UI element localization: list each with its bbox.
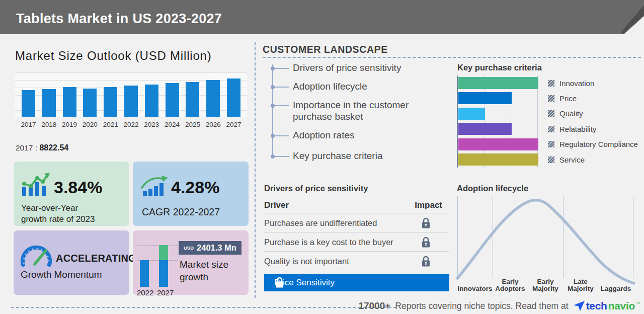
legend-swatch-icon xyxy=(548,95,554,102)
annotation-value: 8822.54 xyxy=(39,143,68,152)
xtick-2026: 2026 xyxy=(203,121,223,128)
technavio-logo[interactable]: technavio ™ xyxy=(573,300,640,312)
bar-2017 xyxy=(22,90,35,117)
legend-item: Innovation xyxy=(548,75,638,91)
xtick-2022: 2022 xyxy=(121,121,141,128)
drivers-table-header: Driver Impact xyxy=(264,199,449,213)
badge-value: 2401.3 Mn xyxy=(197,243,236,253)
bar-2025 xyxy=(186,82,199,117)
speedometer-icon xyxy=(20,241,53,268)
column-driver: Driver xyxy=(264,200,289,210)
lock-icon xyxy=(421,217,431,229)
landscape-item-label: Adoption rates xyxy=(293,130,419,141)
xtick-2021: 2021 xyxy=(100,121,121,128)
legend-item: Relatability xyxy=(548,121,638,136)
chart-annotation: 2017 : 8822.54 xyxy=(16,143,68,152)
xtick-2025: 2025 xyxy=(183,121,203,128)
xtick-2027: 2027 xyxy=(223,121,244,128)
driver-row: Quality is not important xyxy=(264,252,449,271)
legend-swatch-icon xyxy=(548,80,554,87)
bar-2018 xyxy=(42,89,56,117)
growth-value-badge: USD 2401.3 Mn xyxy=(179,241,242,255)
kpc-bar-service xyxy=(458,153,538,166)
lock-icon xyxy=(421,255,431,268)
legend-item: Service xyxy=(548,152,638,167)
page-title: Tablets Market in US 2023-2027 xyxy=(16,11,222,27)
mini-gridline xyxy=(137,245,178,246)
footer-text: Reports covering niche topics. Read them… xyxy=(395,301,568,311)
xtick-2018: 2018 xyxy=(39,121,59,128)
drivers-rows: Purchases are undifferentiatedPurchase i… xyxy=(264,213,449,271)
bar-chart-trend-icon xyxy=(21,173,50,197)
market-size-growth-card: 2022 2027 USD 2401.3 Mn Market size grow… xyxy=(133,230,249,295)
legend-label: Price xyxy=(559,94,577,103)
legend-item: Quality xyxy=(548,106,638,121)
section-title: CUSTOMER LANDSCAPE xyxy=(263,44,388,55)
annotation-separator: : xyxy=(35,143,37,152)
xtick-2020: 2020 xyxy=(79,121,100,128)
cagr-value: 4.28% xyxy=(171,178,219,197)
xtick-2017: 2017 xyxy=(18,121,39,128)
column-impact: Impact xyxy=(415,200,442,210)
legend-label: Innovation xyxy=(559,79,594,88)
driver-row: Purchase is a key cost to the buyer xyxy=(264,232,449,252)
landscape-list: Drivers of price sensitivityAdoption lif… xyxy=(263,60,454,169)
lock-icon xyxy=(421,236,431,249)
bar-2020 xyxy=(83,89,97,117)
drivers-table: Driver Impact Purchases are undifferenti… xyxy=(264,199,449,291)
legend-swatch-icon xyxy=(548,141,554,147)
footer: 17000+ Reports covering niche topics. Re… xyxy=(358,298,640,314)
header-bar: Tablets Market in US 2023-2027 xyxy=(0,0,644,34)
xtick-2024: 2024 xyxy=(162,121,183,128)
kpc-bar-relatability xyxy=(458,123,512,135)
legend-label: Regulatory Compliance xyxy=(559,140,638,148)
growth-card-label: Market size growth xyxy=(180,259,228,283)
cagr-label: CAGR 2022-2027 xyxy=(142,206,220,218)
bar-2022 xyxy=(124,86,138,117)
legend-swatch-icon xyxy=(548,156,554,163)
kpc-bar-innovation xyxy=(458,77,538,89)
lifecycle-label: Laggards xyxy=(598,273,633,293)
impact-lock xyxy=(421,255,431,270)
vertical-dashed-divider xyxy=(255,42,256,298)
lifecycle-label: LateMajority xyxy=(563,273,598,293)
mini-year-right: 2027 xyxy=(157,288,174,297)
momentum-value: ACCELERATING xyxy=(56,253,136,264)
bar-2019 xyxy=(63,87,76,117)
xtick-2019: 2019 xyxy=(59,121,80,128)
growth-arrow-icon xyxy=(141,175,168,197)
mini-year-left: 2022 xyxy=(137,288,153,297)
kpc-bar-quality xyxy=(458,108,485,120)
lifecycle-label: Innovators xyxy=(457,273,493,293)
driver-label: Purchase is a key cost to the buyer xyxy=(264,238,393,247)
bullet-connector xyxy=(274,105,289,106)
legend-label: Service xyxy=(559,155,585,164)
lifecycle-label: EarlyMajority xyxy=(528,273,563,293)
yoy-growth-card: 3.84% Year-over-Year growth rate of 2023 xyxy=(14,162,129,226)
growth-momentum-card: ACCELERATING Growth Momentum xyxy=(14,230,129,295)
driver-label: Purchases are undifferentiated xyxy=(264,218,377,228)
legend-label: Quality xyxy=(559,109,583,118)
momentum-label: Growth Momentum xyxy=(21,269,102,280)
report-count: 17000+ xyxy=(358,300,390,311)
driver-row: Purchases are undifferentiated xyxy=(264,213,449,232)
bullet-connector xyxy=(274,135,289,136)
drivers-table-title: Drivers of price sensitivity xyxy=(264,184,368,193)
mini-bar-2027-growth xyxy=(159,245,168,260)
footer-dashed-line xyxy=(11,307,396,308)
technavio-arrow-icon xyxy=(573,300,585,311)
landscape-item-label: Drivers of price sensitivity xyxy=(293,62,419,74)
legend-item: Regulatory Compliance xyxy=(548,137,638,152)
infographic-page: Tablets Market in US 2023-2027 Market Si… xyxy=(0,0,644,314)
kpc-chart xyxy=(457,75,540,168)
xtick-2023: 2023 xyxy=(141,121,162,128)
landscape-connector-line xyxy=(272,64,273,159)
market-size-chart-columns xyxy=(15,72,247,117)
impact-lock xyxy=(421,236,431,251)
landscape-item-label: Key purchase criteria xyxy=(293,150,419,162)
bar-2023 xyxy=(145,85,158,117)
market-size-chart-plot xyxy=(15,72,247,117)
bar-2021 xyxy=(104,87,117,117)
impact-lock xyxy=(421,217,431,231)
mini-bar-2022 xyxy=(140,260,149,287)
